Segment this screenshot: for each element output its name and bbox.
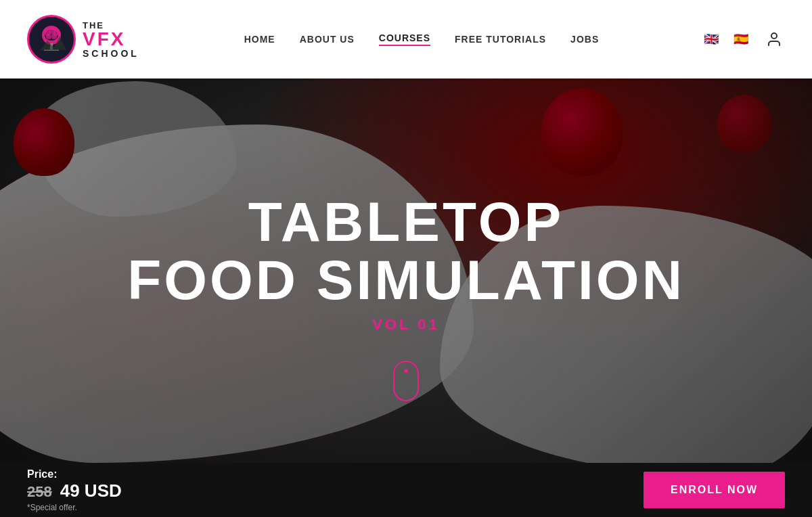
hero-subtitle: VOL 01 (127, 316, 685, 334)
scroll-oval (393, 361, 419, 401)
logo-school-text: SCHOOL (83, 49, 139, 58)
price-label: Price: (27, 468, 122, 480)
price-row: 258 49 USD (27, 480, 122, 501)
logo[interactable]: THE VFX SCHOOL (27, 15, 139, 64)
price-block: Price: 258 49 USD *Special offer. (27, 468, 122, 512)
svg-point-5 (46, 34, 51, 39)
nav-courses[interactable]: COURSES (379, 32, 430, 46)
logo-vfx-text: VFX (83, 30, 139, 49)
svg-point-6 (51, 34, 57, 39)
logo-circle (27, 15, 76, 64)
scroll-indicator[interactable] (127, 361, 685, 401)
price-old: 258 (27, 483, 52, 501)
scroll-dot (404, 369, 408, 373)
hero-title-line1: TABLETOP (127, 194, 685, 250)
user-icon[interactable] (763, 28, 785, 50)
svg-point-10 (771, 33, 777, 39)
nav-jobs[interactable]: JOBS (570, 34, 599, 45)
nav-about[interactable]: ABOUT US (300, 34, 355, 45)
flag-es[interactable]: 🇪🇸 (734, 32, 752, 46)
flag-en[interactable]: 🇬🇧 (704, 32, 723, 46)
price-new: 49 USD (60, 480, 122, 501)
nav-free-tutorials[interactable]: FREE TUTORIALS (455, 34, 546, 45)
hero-title-line2: FOOD SIMULATION (127, 250, 685, 311)
nav-icons: 🇬🇧 🇪🇸 (704, 28, 785, 50)
main-nav: HOME ABOUT US COURSES FREE TUTORIALS JOB… (244, 32, 600, 46)
hero-content: TABLETOP FOOD SIMULATION VOL 01 (127, 194, 685, 401)
bottom-bar: Price: 258 49 USD *Special offer. ENROLL… (0, 463, 812, 517)
header: THE VFX SCHOOL HOME ABOUT US COURSES FRE… (0, 0, 812, 78)
price-note: *Special offer. (27, 503, 122, 512)
logo-text: THE VFX SCHOOL (83, 21, 139, 58)
enroll-button[interactable]: ENROLL NOW (644, 472, 785, 508)
nav-home[interactable]: HOME (244, 34, 275, 45)
